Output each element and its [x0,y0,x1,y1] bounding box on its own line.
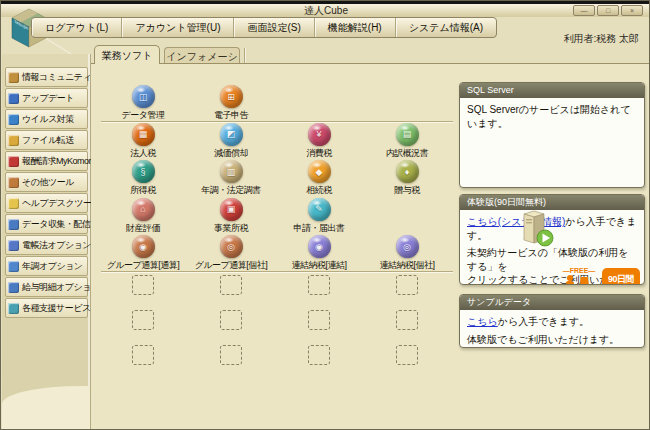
sidebar-item[interactable]: 電帳法オプション [5,235,88,255]
app-item-label: 贈与税 [394,184,420,197]
menu-button[interactable]: 機能解説(H) [315,18,396,37]
app-item[interactable]: ◉ グループ通算[通算] [99,235,187,273]
sidebar-item-label: データ収集・配信 [22,218,90,231]
sidebar-item[interactable]: アップデート [5,88,88,108]
consolidated-tax-kosha-icon: ◎ [396,235,419,258]
payslip-option-icon [8,282,19,293]
tab-divider [244,48,245,63]
sidebar: 情報コミュニティ アップデート ウイルス対策 ファイル転送 報酬請求MyKomo… [2,54,91,430]
data-collection-icon [8,219,19,230]
grid-separator [101,121,453,123]
app-item-label: 相続税 [306,184,332,197]
app-icon-glyph: ▣ [227,204,236,214]
empty-slot [396,275,418,295]
app-item[interactable]: ♦ 贈与税 [363,160,451,198]
other-tools-icon [8,177,19,188]
sidebar-item-label: 各種支援サービス [22,302,91,315]
data-management-icon: ◫ [132,85,155,108]
tab-business-software[interactable]: 業務ソフト [94,45,160,64]
sidebar-item[interactable]: 情報コミュニティ [5,67,88,87]
sidebar-item-label: ファイル転送 [22,134,74,147]
sample-obtain-suffix: から入手できます。 [498,316,589,327]
placeholder-cell [275,310,363,345]
app-item[interactable]: ⌂ 財産評価 [99,198,187,236]
sidebar-item[interactable]: 各種支援サービス [5,298,88,318]
app-icon-glyph: ◉ [315,242,323,252]
app-item[interactable]: ◆ 相続税 [275,160,363,198]
placeholder-grid [99,275,451,380]
sample-download-link[interactable]: こちら [467,316,498,327]
sidebar-item[interactable]: その他ツール [5,172,88,192]
sidebar-item-label: 情報コミュニティ [22,71,91,84]
tab-information[interactable]: インフォメーション [164,47,240,64]
sidebar-item[interactable]: 報酬請求MyKomon [5,151,88,171]
sidebar-item[interactable]: データ収集・配信 [5,214,88,234]
menu-button[interactable]: アカウント管理(U) [122,18,234,37]
nencho-option-icon [8,261,19,272]
app-item[interactable]: ◩ 減価償却 [187,123,275,161]
app-icon-glyph: ✎ [315,204,323,214]
app-icon-glyph: ▦ [139,129,148,139]
placeholder-cell [275,345,363,380]
sidebar-item[interactable]: 給与明細オプション [5,277,88,297]
app-item[interactable]: ¥ 消費税 [275,123,363,161]
app-icon-glyph: ⊞ [227,92,235,102]
app-icon-glyph: ◫ [139,92,148,102]
app-icon-glyph: ♦ [405,167,410,177]
placeholder-cell [99,275,187,310]
inheritance-tax-icon: ◆ [308,160,331,183]
app-item[interactable]: ⊞ 電子申告 [187,85,275,123]
empty-slot [220,275,242,295]
e-filing-icon: ⊞ [220,85,243,108]
sidebar-item[interactable]: ファイル転送 [5,130,88,150]
person-at-desk-icon [559,274,599,285]
empty-slot [132,345,154,365]
income-tax-icon: § [132,160,155,183]
app-icon-glyph: ◆ [316,167,323,177]
sample-data-panel: サンプルデータ こちらから入手できます。 体験版でもご利用いただけます。 [459,294,645,348]
app-item[interactable]: ◫ データ管理 [99,85,187,123]
placeholder-cell [187,275,275,310]
maximize-button[interactable]: □ [597,5,619,16]
app-item[interactable]: ◎ 連結納税[個社] [363,235,451,273]
breakdown-report-icon: ▤ [396,123,419,146]
app-item-label: 内訳概況書 [386,147,429,160]
close-button[interactable]: × [621,5,643,16]
update-icon [8,93,19,104]
app-item-label: 年調・法定調書 [201,184,261,197]
menu-button[interactable]: 画面設定(S) [234,18,314,37]
empty-slot [308,275,330,295]
consolidated-tax-renketsu-icon: ◉ [308,235,331,258]
app-item-label: 事業所税 [214,222,248,235]
sidebar-item[interactable]: ウイルス対策 [5,109,88,129]
app-item[interactable]: ✎ 申請・届出書 [275,198,363,236]
sidebar-item[interactable]: 年調オプション [5,256,88,276]
grid-separator [101,271,453,273]
depreciation-icon: ◩ [220,123,243,146]
app-icon-glyph: ¥ [316,129,321,139]
sidebar-item-label: アップデート [22,92,74,105]
app-item[interactable]: § 所得税 [99,160,187,198]
app-item-label: 申請・届出書 [294,222,345,235]
badge-line2: 無料体験 [604,285,638,286]
sidebar-item-label: 報酬請求MyKomon [22,155,93,168]
sidebar-item-label: 年調オプション [22,260,83,273]
app-item[interactable]: ▤ 内訳概況書 [363,123,451,161]
group-tsusan-tsusan-icon: ◉ [132,235,155,258]
app-item[interactable]: ◉ 連結納税[連結] [275,235,363,273]
menu-button[interactable]: ログアウト(L) [32,18,122,37]
minimize-button[interactable]: — [573,5,595,16]
file-transfer-icon [8,135,19,146]
app-item[interactable]: ▦ 法人税 [99,123,187,161]
sidebar-item[interactable]: ヘルプデスクツール [5,193,88,213]
trial-illustration: —FREE— —TRIAL— 90日間 [559,267,640,285]
app-item[interactable]: ▣ 事業所税 [187,198,275,236]
app-icon-glyph: ◉ [139,242,147,252]
app-item[interactable]: ▥ 年調・法定調書 [187,160,275,198]
menu-button[interactable]: システム情報(A) [396,18,496,37]
trial-90days-badge: 90日間 無料体験 [602,268,640,286]
app-item[interactable]: ◎ グループ通算[個社] [187,235,275,273]
sidebar-item-list: 情報コミュニティ アップデート ウイルス対策 ファイル転送 報酬請求MyKomo… [5,67,88,318]
title-bar: 達人Cube [1,4,650,17]
empty-slot [132,275,154,295]
